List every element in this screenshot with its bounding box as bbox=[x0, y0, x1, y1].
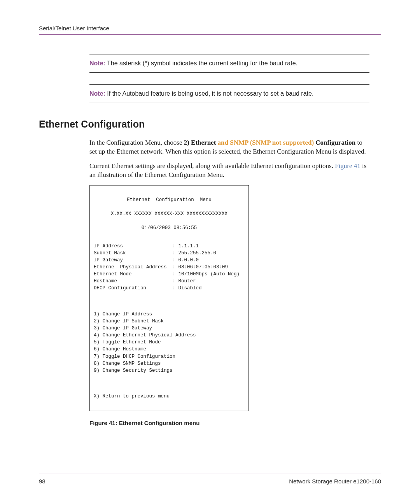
terminal-settings: IP Address : 1.1.1.1Subnet Mask : 255.25… bbox=[94, 243, 245, 292]
terminal-option-row: 3) Change IP Gateway bbox=[94, 325, 245, 332]
para1-amber: and SNMP (SNMP not supported) bbox=[218, 139, 316, 146]
terminal-option-row: 8) Change SNMP Settings bbox=[94, 360, 245, 367]
paragraph-2: Current Ethernet settings are displayed,… bbox=[89, 162, 369, 180]
terminal-setting-row: Hostname : Router bbox=[94, 278, 245, 285]
terminal-setting-row: Etherne Physical Address : 08:06:07:05:0… bbox=[94, 264, 245, 271]
terminal-option-row: 9) Change Security Settings bbox=[94, 367, 245, 374]
terminal-option-row: 6) Change Hostname bbox=[94, 346, 245, 353]
page-number: 98 bbox=[39, 478, 46, 485]
para1-bold1: 2) Ethernet bbox=[184, 139, 218, 146]
terminal-menu: Ethernet Configuration Menu X.XX.XX XXXX… bbox=[89, 185, 249, 411]
terminal-options: 1) Change IP Address2) Change IP Subnet … bbox=[94, 311, 245, 374]
note-block-2: Note: If the Autobaud feature is being u… bbox=[89, 84, 369, 103]
note-block-1: Note: The asterisk (*) symbol indicates … bbox=[89, 54, 369, 73]
terminal-datetime: 01/06/2003 08:56:55 bbox=[94, 224, 245, 231]
terminal-title: Ethernet Configuration Menu bbox=[94, 196, 245, 203]
note-text-1: The asterisk (*) symbol indicates the cu… bbox=[105, 60, 298, 66]
note-text-2: If the Autobaud feature is being used, i… bbox=[105, 90, 313, 97]
figure-link[interactable]: Figure 41 bbox=[335, 162, 360, 170]
terminal-option-row: 5) Toggle Ethernet Mode bbox=[94, 339, 245, 346]
para1-pre: In the Configuration Menu, choose bbox=[89, 139, 184, 146]
para2-pre: Current Ethernet settings are displayed,… bbox=[89, 162, 335, 170]
terminal-setting-row: Ethernet Mode : 10/100Mbps (Auto-Neg) bbox=[94, 271, 245, 278]
note-label: Note: bbox=[89, 90, 105, 97]
paragraph-1: In the Configuration Menu, choose 2) Eth… bbox=[89, 138, 369, 156]
terminal-setting-row: IP Address : 1.1.1.1 bbox=[94, 243, 245, 250]
terminal-setting-row: DHCP Configuration : Disabled bbox=[94, 285, 245, 292]
page-footer: 98 Network Storage Router e1200-160 bbox=[39, 474, 381, 485]
terminal-version: X.XX.XX XXXXXX XXXXXX-XXX XXXXXXXXXXXXXX bbox=[94, 210, 245, 217]
figure-caption: Figure 41: Ethernet Configuration menu bbox=[89, 420, 381, 426]
note-label: Note: bbox=[89, 60, 105, 66]
doc-title: Network Storage Router e1200-160 bbox=[289, 478, 381, 485]
terminal-option-row: 4) Change Ethernet Physical Address bbox=[94, 332, 245, 339]
para1-bold2: Configuration bbox=[315, 139, 355, 146]
terminal-setting-row: IP Gateway : 0.0.0.0 bbox=[94, 257, 245, 264]
breadcrumb: Serial/Telnet User Interface bbox=[39, 25, 109, 32]
section-heading: Ethernet Configuration bbox=[39, 119, 381, 130]
terminal-setting-row: Subnet Mask : 255.255.255.0 bbox=[94, 250, 245, 257]
terminal-option-row: 7) Toggle DHCP Configuration bbox=[94, 353, 245, 360]
terminal-return: X) Return to previous menu bbox=[94, 393, 245, 400]
terminal-option-row: 1) Change IP Address bbox=[94, 311, 245, 318]
page-header: Serial/Telnet User Interface bbox=[39, 25, 381, 35]
terminal-option-row: 2) Change IP Subnet Mask bbox=[94, 318, 245, 325]
